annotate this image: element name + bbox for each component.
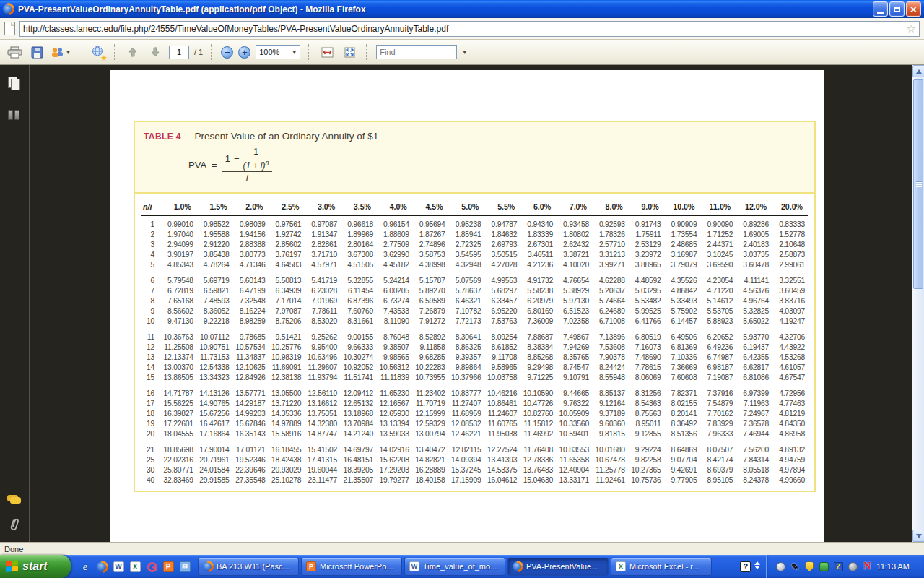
attachments-paperclip-icon[interactable]: [9, 517, 20, 532]
table-cell: 11.73153: [196, 353, 232, 363]
table-cell: 20.93029: [268, 465, 304, 475]
help-icon[interactable]: ?: [740, 561, 751, 572]
table-cell: 16.04612: [484, 475, 520, 486]
table-cell: 8.55948: [592, 373, 628, 383]
tray-zonealarm-icon[interactable]: Z: [834, 562, 843, 571]
table-cell: 4.77463: [772, 399, 808, 409]
table-row: 4032.8346929.9158527.3554825.1027823.114…: [141, 475, 808, 486]
outlook-icon[interactable]: ✉: [180, 561, 191, 572]
table-cell: 16.42617: [196, 419, 232, 429]
table-cell: 16.28889: [412, 465, 448, 475]
next-page-button[interactable]: [147, 43, 164, 61]
row-label: 25: [141, 455, 160, 465]
table-cell: 3.54595: [448, 250, 484, 260]
tray-green-icon[interactable]: [819, 562, 829, 571]
table-cell: 10.33560: [556, 419, 592, 429]
table-cell: 7.13896: [592, 332, 628, 342]
table-cell: 7.36669: [664, 363, 700, 373]
table-cell: 7.48593: [196, 296, 232, 306]
tray-volume-icon[interactable]: [848, 562, 858, 571]
vertical-scrollbar[interactable]: [912, 65, 924, 542]
tray-pen-icon[interactable]: ✎: [790, 561, 800, 571]
zoom-out-button[interactable]: −: [221, 46, 233, 59]
table-cell: 7.49867: [556, 332, 592, 342]
bookmark-star-icon[interactable]: ☆: [907, 23, 916, 34]
internet-explorer-icon[interactable]: e: [79, 561, 91, 572]
scroll-up-button[interactable]: [912, 65, 924, 77]
find-field[interactable]: [376, 45, 457, 59]
table-cell: 8.61852: [484, 342, 520, 353]
tray-shield-icon[interactable]: [805, 561, 814, 571]
restore-button[interactable]: [889, 1, 905, 17]
table-cell: 10.82760: [520, 409, 556, 419]
table-cell: 0.94340: [520, 215, 556, 230]
close-button[interactable]: ×: [906, 1, 921, 17]
table-cell: 13.13394: [376, 419, 412, 429]
table-row: 3025.8077124.0158422.3964620.9302919.600…: [141, 465, 808, 475]
start-button[interactable]: start: [0, 555, 71, 578]
table-cell: 7.72173: [448, 316, 484, 327]
group-spacer: [141, 439, 808, 445]
comments-panel-icon[interactable]: [7, 495, 22, 506]
row-label: 4: [141, 250, 160, 260]
table-cell: 6.98187: [699, 363, 736, 373]
find-dropdown-icon[interactable]: ▼: [462, 50, 467, 55]
taskbar-button-word[interactable]: W Time_value_of_mo...: [404, 558, 505, 576]
table-cell: 3.69590: [699, 260, 736, 270]
table-cell: 17.29203: [376, 465, 412, 475]
access-key-icon[interactable]: [147, 561, 157, 572]
taskbar-button-excel[interactable]: X Microsoft Excel - r...: [611, 558, 712, 576]
pages-panel-icon[interactable]: [8, 77, 21, 91]
table-cell: 22.02316: [160, 455, 196, 465]
powerpoint-icon[interactable]: P: [163, 561, 174, 572]
toolbar-separator: [308, 44, 310, 60]
table-cell: 1.83339: [520, 230, 556, 240]
table-cell: 0.96154: [376, 215, 412, 230]
taskbar-button-pva-pdf[interactable]: PVA-PresentValue...: [507, 558, 609, 576]
fit-width-button[interactable]: [318, 43, 336, 61]
tray-expand-chevron[interactable]: [754, 561, 760, 572]
zoom-in-button[interactable]: +: [238, 46, 250, 59]
table-cell: 5.41719: [304, 276, 340, 286]
save-button[interactable]: [28, 43, 45, 61]
find-input[interactable]: [380, 48, 453, 56]
tray-messenger-icon[interactable]: [776, 562, 785, 571]
toolbar-separator: [211, 44, 213, 60]
word-icon[interactable]: W: [113, 561, 124, 572]
table-cell: 3.60459: [772, 286, 808, 296]
zoom-level-select[interactable]: 100% ▼: [256, 45, 300, 59]
table-cell: 0.94787: [484, 215, 520, 230]
table-cell: 24.01584: [196, 465, 232, 475]
bookmarks-panel-icon[interactable]: [8, 110, 21, 120]
minimize-button[interactable]: [873, 1, 888, 17]
url-field[interactable]: ☆: [19, 21, 920, 37]
table-cell: 7.88687: [520, 332, 556, 342]
table-row: 2522.0231620.7196119.5234618.4243817.413…: [141, 455, 808, 465]
taskbar-button-ba213[interactable]: BA 213 W11 (Pasc...: [198, 558, 299, 576]
table-cell: 1.92742: [268, 230, 304, 240]
table-cell: 6.33457: [484, 296, 520, 306]
url-input[interactable]: [23, 24, 907, 34]
table-cell: 10.30274: [340, 353, 376, 363]
page-number-input[interactable]: [169, 46, 189, 59]
fit-page-button[interactable]: [341, 43, 358, 61]
table-cell: 5.60143: [232, 276, 269, 286]
table-cell: 12.46221: [448, 429, 484, 439]
scrollbar-thumb[interactable]: [913, 79, 923, 289]
table-cell: 17.22601: [160, 419, 196, 429]
email-button[interactable]: ▼: [51, 43, 71, 61]
print-button[interactable]: [6, 43, 23, 61]
tray-novell-icon[interactable]: N: [862, 561, 872, 571]
taskbar-button-powerpoint[interactable]: P Microsoft PowerPo...: [301, 558, 402, 576]
scroll-down-button[interactable]: [912, 530, 924, 542]
table-cell: 5.88923: [699, 316, 736, 327]
table-cell: 7.65168: [160, 296, 196, 306]
table-cell: 12.40904: [556, 465, 592, 475]
firefox-launch-icon[interactable]: [96, 561, 108, 572]
excel-icon[interactable]: X: [130, 561, 141, 572]
fetch-page-button[interactable]: ★: [89, 43, 106, 61]
table-cell: 9.11858: [412, 342, 448, 353]
row-label: 2: [141, 230, 160, 240]
previous-page-button[interactable]: [124, 43, 141, 61]
table-cell: 6.34939: [268, 286, 304, 296]
